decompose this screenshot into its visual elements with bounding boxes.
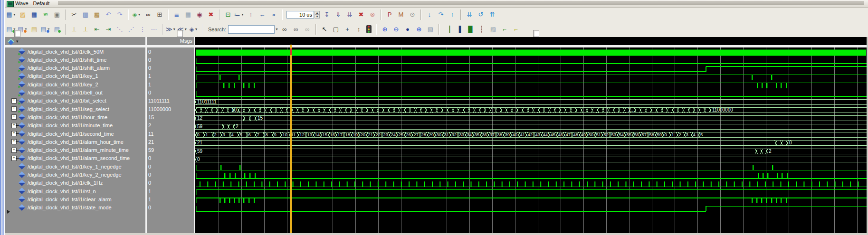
signal-row-alarm-second-time[interactable]: +/digital_clock_vhd_tst/i1/alarm_second_… [5, 154, 145, 162]
expand-time-button[interactable]: ≫▾ [165, 24, 177, 35]
dropdown-arrow-icon[interactable]: ▾ [172, 25, 176, 34]
run-continue-button[interactable]: ⇓ [333, 9, 344, 20]
signal-row-second-time[interactable]: +/digital_clock_vhd_tst/i1/second_time [5, 130, 145, 138]
dropdown-arrow-icon[interactable]: ▾ [240, 10, 245, 19]
search-dropdown-button[interactable]: ▾ [275, 25, 279, 34]
signal-row-alarm-minute-time[interactable]: +/digital_clock_vhd_tst/i1/alarm_minute_… [5, 146, 145, 154]
title-bar[interactable]: Wave - Default [5, 0, 868, 8]
search-reverse-button[interactable]: ∞ [279, 24, 290, 35]
find-falling-edge-button[interactable]: ⋱ [114, 24, 125, 35]
insert-cursor-button[interactable]: ⊥ [68, 24, 80, 35]
print-button[interactable]: ▣ [51, 9, 63, 20]
zoom-out-button[interactable]: ⊖ [391, 24, 402, 35]
zoom-in-button[interactable]: ⊕ [379, 24, 391, 35]
back-button[interactable]: ← [257, 9, 268, 20]
signal-row-bell-out[interactable]: ▸/digital_clock_vhd_tst/i1/bell_out [5, 89, 145, 97]
save-button[interactable]: ▦ [29, 9, 40, 20]
signal-row-key-2[interactable]: ▸/digital_clock_vhd_tst/i1/key_2 [5, 80, 145, 88]
export-wave-button[interactable]: ▤ [51, 24, 63, 35]
event-traceback-button[interactable]: ≔▾ [234, 9, 245, 20]
find-first-edge-button[interactable]: ⇈ [486, 9, 498, 20]
zoom-in-on-cursor-button[interactable]: ⊕ [413, 24, 425, 35]
add-selected-to-window-button[interactable]: ≣ [171, 9, 182, 20]
toolbar-dock-handle-2[interactable] [177, 30, 183, 37]
memory-profile-button[interactable]: M [395, 9, 407, 20]
lock-virtuals-button[interactable]: ⊡ [222, 9, 234, 20]
pan-mode-button[interactable]: + [342, 24, 353, 35]
run-all-button[interactable]: ⇊ [344, 9, 355, 20]
signal-row-hour-time[interactable]: +/digital_clock_vhd_tst/i1/hour_time [5, 113, 145, 121]
full-waveform-button[interactable]: ▕ [442, 24, 453, 35]
run-length-spin-arrows[interactable]: ▲▼ [315, 11, 320, 19]
reload-button[interactable]: ≋ [40, 9, 51, 20]
search-input[interactable] [228, 25, 275, 34]
copy-button[interactable]: ▥ [80, 9, 91, 20]
find-first-transition-button[interactable]: ↑ [447, 9, 458, 20]
cursor-to-first-button[interactable]: ⇤ [91, 24, 103, 35]
dropdown-arrow-icon[interactable]: ▾ [137, 10, 142, 19]
dropdown-arrow-icon[interactable]: ▾ [194, 25, 199, 34]
expanded-waveform-button[interactable]: █ [465, 24, 476, 35]
msgs-column-header[interactable]: Msgs [147, 38, 192, 45]
insert-breakpoint-button[interactable]: ↷ [435, 9, 447, 20]
find-active-driver-button[interactable]: ◉ [194, 9, 205, 20]
search-options-button[interactable]: ∞ [302, 24, 313, 35]
checker-display-button[interactable]: ▨ [487, 24, 499, 35]
grid-yellow-button[interactable]: ⌐ [510, 24, 522, 35]
search-forward-button[interactable]: ∞ [290, 24, 302, 35]
find-rising-edge-button[interactable]: ⋰ [125, 24, 137, 35]
signal-row-alarm-hour-time[interactable]: +/digital_clock_vhd_tst/i1/alarm_hour_ti… [5, 138, 145, 146]
find-previous-transition-button[interactable]: ↓ [424, 9, 435, 20]
stop-draw-button[interactable] [366, 25, 372, 33]
signal-row-shift-alarm[interactable]: ▸/digital_clock_vhd_tst/i1/shift_alarm [5, 64, 145, 72]
signal-row-shift-time[interactable]: ▸/digital_clock_vhd_tst/i1/shift_time [5, 56, 145, 64]
signal-row-key-1[interactable]: ▸/digital_clock_vhd_tst/i1/key_1 [5, 72, 145, 80]
new-file-button[interactable]: ▤▾ [6, 9, 17, 20]
signal-row-state-mode[interactable]: /digital_clock_vhd_tst/i1/state_mode [5, 204, 145, 212]
delete-cursor-button[interactable]: ⊥ [80, 24, 91, 35]
toolbar-dock-handle-1[interactable] [14, 30, 20, 37]
signal-row-clk-1hz[interactable]: /digital_clock_vhd_tst/i1/clk_1Hz [5, 179, 145, 187]
expand-tree-button[interactable]: ⊞ [154, 9, 165, 20]
signal-row-minute-time[interactable]: +/digital_clock_vhd_tst/i1/minute_time [5, 122, 145, 130]
performance-profile-button[interactable]: P [384, 9, 395, 20]
toolbar-dock-handle-3[interactable] [533, 30, 539, 37]
signal-row-key-2-negedge[interactable]: /digital_clock_vhd_tst/i1/key_2_negedge [5, 171, 145, 179]
redo-button[interactable]: ↷ [114, 9, 125, 20]
signal-row-bit-select[interactable]: +▸/digital_clock_vhd_tst/i1/bit_select [5, 97, 145, 105]
find-button[interactable]: ∞ [143, 9, 154, 20]
break-button[interactable]: ✖ [355, 9, 367, 20]
grid-green-button[interactable]: ⌐ [499, 24, 510, 35]
zoom-full-button[interactable]: ● [402, 24, 413, 35]
signal-row-seg-select[interactable]: +▸/digital_clock_vhd_tst/i1/seg_select [5, 105, 145, 113]
restart-button[interactable]: ↺ [475, 9, 486, 20]
find-next-edge-small-button[interactable]: ⋯ [148, 24, 160, 35]
name-value-column-splitter[interactable] [145, 37, 147, 233]
stop-sim-button[interactable]: ⊗ [367, 9, 378, 20]
select-mode-button[interactable]: ↖ [319, 24, 330, 35]
signal-row-clear-alarm[interactable]: /digital_clock_vhd_tst/i1/clear_alarm [5, 195, 145, 203]
find-previous-edge-small-button[interactable]: ⋮ [137, 24, 148, 35]
save-format-button[interactable]: ▤▾ [40, 24, 51, 35]
leaf-names-button[interactable]: ▐ [453, 24, 465, 35]
spin-down-icon[interactable]: ▼ [315, 15, 320, 19]
run-length-input[interactable] [286, 11, 314, 19]
run-button[interactable]: ↧ [321, 9, 333, 20]
edit-mode-button[interactable]: ↕ [353, 24, 364, 35]
cursor-to-last-button[interactable]: ⇥ [103, 24, 114, 35]
spin-up-icon[interactable]: ▲ [315, 11, 320, 15]
signal-filter-dropdown-icon[interactable]: ▾ [16, 39, 19, 44]
wave-cursor[interactable] [290, 45, 292, 233]
dropdown-arrow-icon[interactable]: ▾ [12, 10, 17, 19]
zoom-range-button[interactable]: ▧ [425, 24, 436, 35]
undo-button[interactable]: ↶ [103, 9, 114, 20]
paste-button[interactable]: ▩ [91, 9, 103, 20]
find-previous-edge-button[interactable]: ⇊ [464, 9, 475, 20]
signal-row-clk-50m[interactable]: ▸/digital_clock_vhd_tst/i1/clk_50M [5, 47, 145, 56]
signal-row-key-1-negedge[interactable]: /digital_clock_vhd_tst/i1/key_1_negedge [5, 162, 145, 170]
up-hierarchy-button[interactable]: ↑ [245, 9, 257, 20]
delete-button[interactable]: ✖ [205, 9, 217, 20]
signal-row-rst-n[interactable]: /digital_clock_vhd_tst/i1/rst_n [5, 187, 145, 195]
waveform-canvas[interactable]: 1101111110...1...11000000121559201234567… [195, 47, 867, 233]
edit-wave-button[interactable]: ▤ [29, 24, 40, 35]
